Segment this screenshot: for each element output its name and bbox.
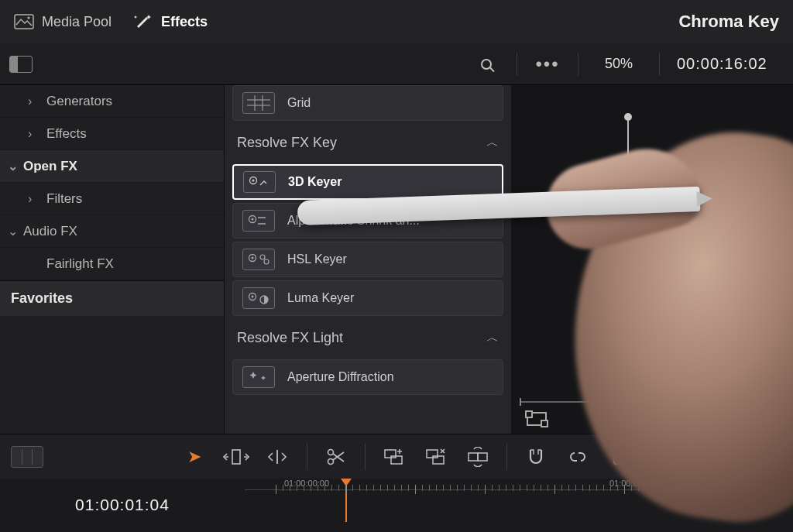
- keyframe-dot-icon[interactable]: [740, 415, 748, 423]
- insert-clip-button[interactable]: [378, 443, 410, 471]
- overwrite-icon: [424, 447, 448, 467]
- svg-point-13: [264, 259, 269, 264]
- timeline-ruler[interactable]: 01:00:00:00 01:00:04:00: [245, 479, 793, 531]
- svg-point-12: [260, 255, 265, 259]
- sidebar-item-filters[interactable]: › Filters: [0, 183, 224, 215]
- svg-point-15: [252, 296, 254, 298]
- svg-rect-17: [232, 450, 240, 464]
- grid-icon: [242, 92, 275, 114]
- timeline-toolbar: ➤: [0, 434, 793, 479]
- viewer-range-slider[interactable]: [627, 116, 629, 403]
- viewer-timecode[interactable]: 00:00:16:02: [677, 55, 785, 73]
- thumbnail-view-toggle[interactable]: [11, 443, 43, 471]
- favorites-label: Favorites: [11, 290, 73, 307]
- header-bar: Media Pool Effects Chroma Key: [0, 0, 793, 43]
- replace-clip-button[interactable]: [462, 443, 494, 471]
- marker-button[interactable]: [661, 443, 694, 471]
- chevron-down-icon: ⌄: [8, 224, 18, 239]
- separator: [307, 444, 307, 470]
- arrow-cursor-icon: ➤: [187, 447, 201, 467]
- replace-icon: [466, 447, 489, 467]
- viewer-footer-tools: ‹ ›: [520, 404, 793, 434]
- chevron-right-icon: ›: [28, 192, 32, 206]
- viewer-zoom-slider[interactable]: [520, 401, 784, 403]
- svg-point-9: [252, 218, 254, 221]
- sidebar-item-open-fx[interactable]: ⌄ Open FX: [0, 150, 224, 183]
- separator: [659, 53, 660, 76]
- insert-icon: [383, 447, 406, 467]
- search-button[interactable]: [473, 51, 499, 77]
- group-header-resolve-fx-key[interactable]: Resolve FX Key ︿: [225, 124, 511, 161]
- sidebar-item-fairlight-fx[interactable]: Fairlight FX: [0, 248, 224, 280]
- keyer-icon: [242, 287, 275, 309]
- sidebar-item-generators[interactable]: › Generators: [0, 85, 224, 118]
- flag-icon: [670, 448, 685, 466]
- fx-label: Alpha Matte Shrink an...: [287, 214, 493, 228]
- viewer-panel: ‹ ›: [511, 85, 793, 434]
- tick-label: 01:00:04:00: [609, 479, 654, 488]
- dynamic-trim-tool[interactable]: [262, 443, 294, 471]
- magnet-icon: [526, 447, 546, 467]
- tick-label: 01:00:00:00: [284, 479, 329, 488]
- fx-item-alpha-matte[interactable]: Alpha Matte Shrink an...: [232, 203, 503, 239]
- scissors-icon: [325, 447, 347, 467]
- page-title: Chroma Key: [678, 12, 779, 32]
- svg-rect-26: [614, 456, 625, 464]
- prev-keyframe-icon[interactable]: ‹: [719, 411, 723, 427]
- separator: [365, 444, 366, 470]
- selection-tool[interactable]: ➤: [178, 443, 211, 471]
- group-label: Resolve FX Key: [237, 135, 337, 151]
- sidebar-item-effects[interactable]: › Effects: [0, 118, 224, 150]
- media-pool-label: Media Pool: [42, 14, 112, 30]
- secondary-toolbar: ••• 50% 00:00:16:02: [0, 43, 793, 85]
- fx-label: 3D Keyer: [288, 175, 493, 189]
- dynamic-trim-icon: [266, 447, 290, 467]
- trim-tool[interactable]: [220, 443, 252, 471]
- effects-list-panel: Grid Resolve FX Key ︿ 3D Keyer Alpha Mat…: [225, 85, 511, 434]
- overwrite-clip-button[interactable]: [420, 443, 452, 471]
- snap-toggle[interactable]: [520, 443, 552, 471]
- sidebar-label: Fairlight FX: [46, 256, 114, 272]
- sidebar-label: Open FX: [23, 159, 77, 174]
- favorites-header[interactable]: Favorites: [0, 280, 224, 316]
- keyer-icon: [243, 171, 276, 193]
- timeline-timecode[interactable]: 01:00:01:04: [0, 496, 245, 514]
- lock-toggle[interactable]: [603, 443, 636, 471]
- blade-tool[interactable]: [320, 443, 352, 471]
- fx-item-luma-keyer[interactable]: Luma Keyer: [232, 280, 503, 316]
- light-sparkle-icon: [242, 366, 275, 388]
- sidebar-label: Generators: [46, 94, 112, 109]
- group-label: Resolve FX Light: [237, 330, 343, 346]
- link-toggle[interactable]: [561, 443, 594, 471]
- fx-item-hsl-keyer[interactable]: HSL Keyer: [232, 242, 503, 277]
- chevron-right-icon: ›: [28, 127, 32, 141]
- effects-magic-icon: [133, 14, 153, 29]
- more-menu-button[interactable]: •••: [534, 51, 561, 77]
- effects-tab[interactable]: Effects: [133, 14, 208, 30]
- media-pool-tab[interactable]: Media Pool: [14, 14, 112, 30]
- sidebar-item-audio-fx[interactable]: ⌄ Audio FX: [0, 215, 224, 248]
- fx-label: Aperture Diffraction: [287, 370, 493, 384]
- fx-item-3d-keyer[interactable]: 3D Keyer: [232, 164, 503, 200]
- next-keyframe-icon[interactable]: ›: [765, 411, 770, 427]
- effects-sidebar: › Generators › Effects ⌄ Open FX › Filte…: [0, 85, 225, 434]
- svg-point-19: [328, 458, 334, 464]
- svg-rect-25: [478, 453, 487, 461]
- search-icon: [481, 59, 492, 70]
- keyer-icon: [242, 249, 275, 270]
- svg-point-7: [252, 180, 255, 182]
- panel-layout-toggle[interactable]: [8, 51, 34, 77]
- group-header-resolve-fx-light[interactable]: Resolve FX Light ︿: [225, 319, 511, 356]
- fx-item-grid[interactable]: Grid: [232, 85, 503, 121]
- fx-label: Luma Keyer: [287, 291, 493, 305]
- fx-label: Grid: [287, 96, 493, 110]
- svg-point-1: [27, 16, 29, 19]
- zoom-level[interactable]: 50%: [596, 56, 642, 72]
- fx-item-aperture-diffraction[interactable]: Aperture Diffraction: [232, 359, 503, 395]
- fx-label: HSL Keyer: [287, 252, 493, 266]
- transform-tool[interactable]: [520, 405, 553, 433]
- trim-icon: [223, 447, 249, 467]
- sidebar-label: Audio FX: [23, 224, 77, 239]
- timeline-ruler-strip: 01:00:01:04 01:00:00:00 01:00:04:00: [0, 479, 793, 531]
- chevron-down-icon: ⌄: [8, 159, 18, 173]
